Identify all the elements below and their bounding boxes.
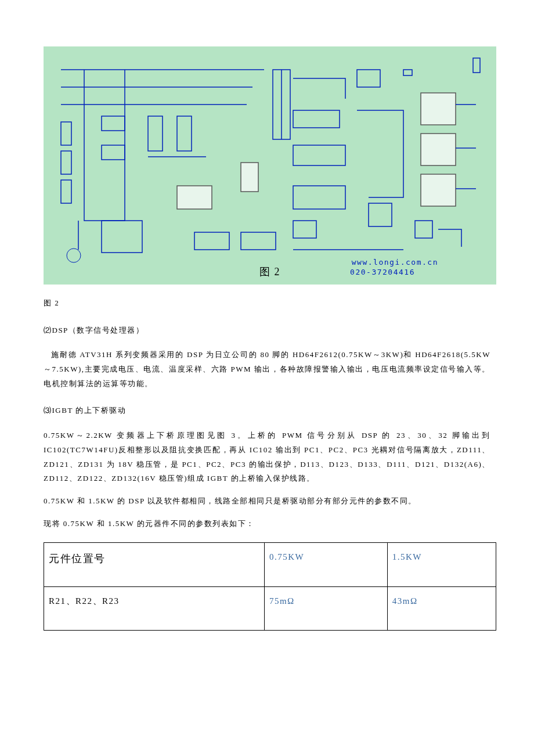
svg-rect-11 xyxy=(148,116,163,151)
table-header-0: 元件位置号 xyxy=(44,543,265,587)
svg-rect-21 xyxy=(403,70,412,75)
svg-rect-12 xyxy=(177,116,192,151)
svg-point-10 xyxy=(67,249,81,262)
figure-2-circuit-diagram: www.longi.com.cn 020-37204416 图 2 xyxy=(44,46,496,285)
schematic-svg xyxy=(44,46,496,285)
figure-caption: 图 2 xyxy=(44,296,490,311)
svg-rect-5 xyxy=(61,180,71,203)
table-header-1: 0.75KW xyxy=(264,543,387,587)
svg-rect-26 xyxy=(369,203,392,226)
para-igbt-3: 现将 0.75KW 和 1.5KW 的元器件不同的参数列表如下： xyxy=(44,517,490,531)
para-dsp: 施耐德 ATV31H 系列变频器采用的 DSP 为日立公司的 80 脚的 HD6… xyxy=(44,348,490,391)
svg-rect-14 xyxy=(177,186,212,209)
table-cell-pos: R21、R22、R23 xyxy=(44,586,265,631)
svg-rect-8 xyxy=(102,221,142,253)
svg-rect-7 xyxy=(102,145,125,160)
params-table: 元件位置号 0.75KW 1.5KW R21、R22、R23 75mΩ 43mΩ xyxy=(44,542,496,631)
section-header-igbt: ⑶IGBT 的上下桥驱动 xyxy=(44,404,490,418)
svg-rect-4 xyxy=(61,151,71,174)
table-header-row: 元件位置号 0.75KW 1.5KW xyxy=(44,543,496,587)
figure-phone: 020-37204416 xyxy=(350,265,415,280)
svg-rect-25 xyxy=(293,221,316,238)
svg-rect-34 xyxy=(415,221,432,238)
para-igbt-1: 0.75KW～2.2KW 变频器上下桥原理图见图 3。上桥的 PWM 信号分别从… xyxy=(44,429,490,486)
para-igbt-2: 0.75KW 和 1.5KW 的 DSP 以及软件都相同，线路全部相同只是桥驱动… xyxy=(44,494,490,509)
svg-rect-23 xyxy=(293,145,345,165)
table-header-2: 1.5KW xyxy=(387,543,496,587)
svg-rect-27 xyxy=(421,93,456,125)
svg-rect-24 xyxy=(293,186,345,209)
svg-rect-6 xyxy=(102,116,125,131)
svg-rect-3 xyxy=(61,122,71,145)
svg-rect-17 xyxy=(241,163,258,192)
svg-rect-29 xyxy=(421,174,456,206)
svg-rect-15 xyxy=(194,232,229,250)
svg-rect-16 xyxy=(241,232,276,250)
table-row: R21、R22、R23 75mΩ 43mΩ xyxy=(44,586,496,631)
svg-rect-20 xyxy=(357,70,380,87)
section-header-dsp: ⑵DSP（数字信号处理器） xyxy=(44,323,490,338)
table-cell-075kw: 75mΩ xyxy=(264,586,387,631)
figure-inline-caption: 图 2 xyxy=(259,262,280,282)
svg-rect-35 xyxy=(473,58,480,73)
svg-rect-28 xyxy=(421,134,456,165)
table-cell-15kw: 43mΩ xyxy=(387,586,496,631)
svg-rect-22 xyxy=(293,110,340,128)
